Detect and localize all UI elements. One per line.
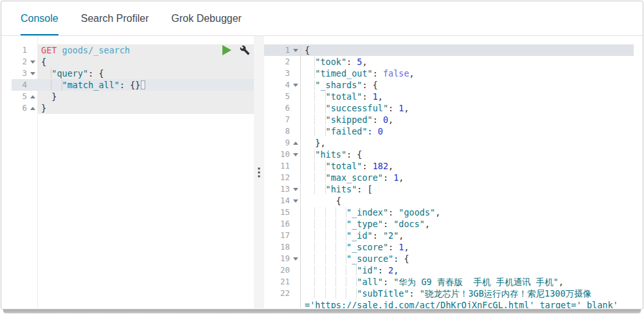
fold-toggle-icon[interactable] — [293, 49, 298, 52]
code-text[interactable]: "failed": 0 — [301, 125, 634, 137]
code-line[interactable]: 2{ — [12, 56, 254, 68]
code-line[interactable]: 4 "match_all": {} — [12, 79, 254, 91]
resizer-handle-icon[interactable] — [258, 167, 260, 177]
code-line[interactable]: 2 "took": 5, — [264, 56, 634, 68]
fold-toggle-icon[interactable] — [30, 95, 35, 98]
line-number: 4 — [22, 79, 28, 91]
tab-search-profiler[interactable]: Search Profiler — [81, 1, 149, 35]
code-line[interactable]: 9 }, — [264, 137, 634, 149]
fold-toggle-icon[interactable] — [293, 142, 298, 145]
code-line[interactable]: 20 "id": 2, — [264, 264, 634, 276]
code-text[interactable]: }, — [301, 137, 634, 149]
gutter-cell: 2 — [12, 56, 37, 68]
fold-toggle-icon[interactable] — [30, 60, 35, 64]
code-text[interactable]: "total": 1, — [301, 91, 634, 102]
fold-toggle-icon[interactable] — [293, 199, 298, 203]
code-text[interactable]: "_id": "2", — [301, 230, 634, 241]
text-cursor — [141, 80, 145, 89]
code-line[interactable]: 14 { — [264, 195, 634, 207]
request-code[interactable]: 1GET goods/_search2{3 "query": {4 "match… — [12, 44, 254, 114]
code-line[interactable]: 12 "max_score": 1, — [264, 172, 634, 183]
dev-tools-window: Console Search Profiler Grok Debugger 1G… — [1, 1, 643, 309]
code-text[interactable]: GET goods/_search — [37, 44, 254, 56]
code-line[interactable]: 1{ — [264, 44, 634, 56]
fold-toggle-icon[interactable] — [30, 107, 35, 110]
code-line[interactable]: 19 "_source": { — [264, 253, 634, 264]
code-text[interactable]: { — [37, 56, 254, 68]
code-line[interactable]: 21 "all": "华为 G9 青春版 手机 手机通讯 手机", — [264, 276, 634, 288]
code-text[interactable]: "match_all": {} — [37, 79, 254, 91]
play-icon[interactable] — [222, 45, 231, 55]
code-line[interactable]: 15 "_index": "goods", — [264, 207, 634, 218]
code-line[interactable]: 7 "skipped": 0, — [264, 114, 634, 125]
gutter-cell: 5 — [264, 91, 301, 102]
code-text[interactable]: { — [301, 195, 634, 207]
line-number: 2 — [22, 56, 28, 68]
code-text[interactable]: "id": 2, — [301, 264, 634, 276]
tab-grok-debugger[interactable]: Grok Debugger — [172, 1, 242, 35]
request-editor[interactable]: 1GET goods/_search2{3 "query": {4 "match… — [12, 36, 254, 308]
code-text[interactable]: "successful": 1, — [301, 102, 634, 114]
code-text[interactable]: } — [37, 91, 254, 102]
code-text[interactable]: "_index": "goods", — [301, 207, 634, 218]
code-line[interactable]: 3 "timed_out": false, — [264, 68, 634, 79]
line-number: 15 — [280, 207, 291, 218]
line-number: 12 — [280, 172, 291, 183]
gutter-cell: 1 — [264, 44, 301, 56]
code-line[interactable]: 13 "hits": [ — [264, 183, 634, 195]
code-text[interactable]: "skipped": 0, — [301, 114, 634, 125]
code-text[interactable]: "query": { — [37, 68, 254, 79]
code-line[interactable]: 22 "subTitle": "骁龙芯片！3GB运行内存！索尼1300万摄像 — [264, 288, 634, 299]
line-number: 5 — [22, 91, 28, 102]
code-text[interactable]: "timed_out": false, — [301, 68, 634, 79]
code-text[interactable]: { — [301, 44, 634, 56]
gutter-cell — [264, 299, 301, 308]
code-text[interactable]: "took": 5, — [301, 56, 634, 68]
fold-toggle-icon[interactable] — [293, 84, 298, 87]
line-number: 14 — [280, 195, 291, 207]
code-line[interactable]: 10 "hits": { — [264, 149, 634, 160]
code-text[interactable]: "_source": { — [301, 253, 634, 264]
fold-toggle-icon[interactable] — [30, 72, 35, 75]
pane-resizer[interactable] — [254, 36, 264, 308]
response-editor[interactable]: 1{2 "took": 5,3 "timed_out": false,4 "_s… — [264, 36, 634, 308]
code-line[interactable]: 5 } — [12, 91, 254, 102]
fold-toggle-icon[interactable] — [293, 153, 298, 156]
line-number: 7 — [285, 114, 291, 125]
fold-toggle-icon[interactable] — [293, 188, 298, 191]
code-text[interactable]: "hits": [ — [301, 183, 634, 195]
code-text[interactable]: "max_score": 1, — [301, 172, 634, 183]
code-line[interactable]: 6 "successful": 1, — [264, 102, 634, 114]
code-text[interactable]: "hits": { — [301, 149, 634, 160]
code-line[interactable]: 8 "failed": 0 — [264, 125, 634, 137]
code-line[interactable]: 5 "total": 1, — [264, 91, 634, 102]
fold-toggle-icon[interactable] — [293, 257, 298, 261]
code-line[interactable]: 17 "_id": "2", — [264, 230, 634, 241]
code-text[interactable]: "_type": "docs", — [301, 218, 634, 230]
code-text[interactable]: ='https://sale.jd.com/act/DhKrQjXnFcGL.h… — [301, 299, 634, 308]
gutter-cell: 6 — [264, 102, 301, 114]
tab-console[interactable]: Console — [21, 1, 58, 35]
gutter-cell: 13 — [264, 183, 301, 195]
code-text[interactable]: } — [37, 102, 254, 114]
code-line[interactable]: ='https://sale.jd.com/act/DhKrQjXnFcGL.h… — [264, 299, 634, 308]
code-line[interactable]: 18 "_score": 1, — [264, 241, 634, 253]
gutter-cell: 10 — [264, 149, 301, 160]
code-line[interactable]: 16 "_type": "docs", — [264, 218, 634, 230]
code-text[interactable]: "subTitle": "骁龙芯片！3GB运行内存！索尼1300万摄像 — [301, 288, 634, 299]
code-line[interactable]: 4 "_shards": { — [264, 79, 634, 91]
gutter-cell: 8 — [264, 125, 301, 137]
code-text[interactable]: "_score": 1, — [301, 241, 634, 253]
response-code[interactable]: 1{2 "took": 5,3 "timed_out": false,4 "_s… — [264, 44, 634, 308]
code-line[interactable]: 11 "total": 182, — [264, 160, 634, 172]
gutter-cell: 11 — [264, 160, 301, 172]
code-line[interactable]: 3 "query": { — [12, 68, 254, 79]
code-text[interactable]: "_shards": { — [301, 79, 634, 91]
dev-tools-tabbar: Console Search Profiler Grok Debugger — [1, 1, 643, 36]
code-text[interactable]: "all": "华为 G9 青春版 手机 手机通讯 手机", — [301, 276, 634, 288]
code-line[interactable]: 6} — [12, 102, 254, 114]
code-text[interactable]: "total": 182, — [301, 160, 634, 172]
line-number: 8 — [285, 125, 291, 137]
wrench-icon[interactable] — [240, 45, 250, 55]
code-line[interactable]: 1GET goods/_search — [12, 44, 254, 56]
